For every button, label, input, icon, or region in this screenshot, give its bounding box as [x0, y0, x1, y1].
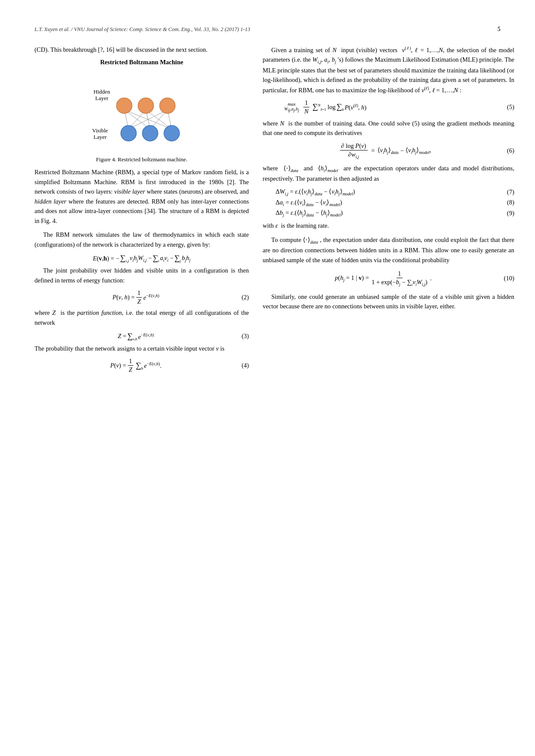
similarly-para: Similarly, one could generate an unbiase… [263, 292, 514, 311]
prob-network-para: The probability that the network assigns… [35, 344, 249, 353]
rbm-para2: The RBM network simulates the law of the… [35, 230, 249, 249]
svg-point-13 [116, 98, 132, 113]
svg-point-18 [164, 125, 179, 141]
where-n-para: where N is the number of training data. … [263, 119, 514, 138]
equation-10: p(hj = 1 | v) = 1 1 + exp(−bj − ∑iviWi,j… [267, 270, 514, 287]
rbm-para1: Restricted Boltzmann Machine (RBM), a sp… [35, 167, 249, 226]
main-content: (CD). This breakthrough [?, 16] will be … [35, 45, 500, 376]
joint-prob-para: The joint probability over hidden and vi… [35, 266, 249, 285]
figure-caption: Figure 4. Restricted boltzmann machine. [96, 156, 188, 163]
section-title: Restricted Boltzmann Machine [35, 59, 249, 66]
equation-pvh: P(v, h) = 1 Z e−E(v,h) (2) [35, 289, 249, 305]
compute-para: To compute ⟨⋅⟩data , the expectation und… [263, 235, 514, 265]
svg-point-14 [138, 98, 154, 113]
svg-text:Layer: Layer [95, 95, 109, 101]
with-eps-para: with ε is the learning rate. [263, 221, 514, 230]
rbm-diagram: Hidden Layer Visible Layer [85, 73, 198, 153]
equation-pv: P(v) = 1 Z ∑h e−E(v,h). (4) [35, 358, 249, 373]
svg-text:Visible: Visible [92, 127, 108, 134]
equation-6-container: ∂ log P(v) ∂wi,j = ⟨vihj⟩data − ⟨vihj⟩mo… [267, 142, 514, 159]
svg-point-17 [142, 125, 158, 141]
svg-point-16 [121, 125, 136, 141]
equation-5: max Wij,aj,bj 1 N ∑Nℓ=1 log ∑h P(v(ℓ), h… [271, 99, 514, 115]
equation-10-container: p(hj = 1 | v) = 1 1 + exp(−bj − ∑iviWi,j… [267, 270, 514, 287]
equation-7: ΔWi,j = ε.(⟨vihj⟩data − ⟨vihj⟩model) (7) [271, 188, 514, 196]
where-angle-para: where ⟨⋅⟩data and ⟨hi⟩model are the expe… [263, 163, 514, 184]
header-title: L.T. Xuyen et al. / VNU Journal of Scien… [35, 26, 250, 33]
right-column: Given a training set of N input (visible… [263, 45, 514, 376]
page-header: L.T. Xuyen et al. / VNU Journal of Scien… [35, 26, 500, 33]
figure-4-container: Hidden Layer Visible Layer [35, 73, 249, 163]
equation-energy: E(v,h) = − ∑i,j vihjWi,j − ∑i aivi − ∑j … [35, 254, 249, 263]
equation-9: Δbj = ε.(⟨hj⟩data − ⟨hj⟩model) (9) [271, 209, 514, 217]
svg-point-15 [160, 98, 175, 113]
equation-6: ∂ log P(v) ∂wi,j = ⟨vihj⟩data − ⟨vihj⟩mo… [267, 142, 514, 159]
training-set-para: Given a training set of N input (visible… [263, 45, 514, 95]
header-page-num: 5 [497, 26, 500, 33]
intro-para: (CD). This breakthrough [?, 16] will be … [35, 45, 249, 54]
equations-7-8-9: ΔWi,j = ε.(⟨vihj⟩data − ⟨vihj⟩model) (7)… [271, 188, 514, 218]
left-column: (CD). This breakthrough [?, 16] will be … [35, 45, 249, 376]
partition-fn-para: where Z is the partition function, i.e. … [35, 308, 249, 327]
equation-z: Z = ∑v,h e−E(v,h) (3) [35, 332, 249, 341]
equation-8: Δai = ε.(⟨vi⟩data − ⟨vi⟩model) (8) [271, 199, 514, 207]
svg-text:Hidden: Hidden [94, 88, 110, 95]
svg-text:Layer: Layer [94, 134, 107, 140]
